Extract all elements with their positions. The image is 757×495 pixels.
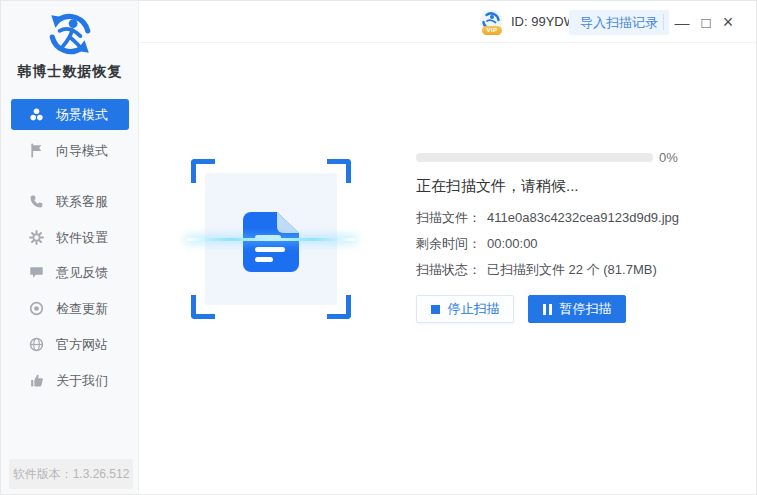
detail-label: 扫描文件： bbox=[416, 210, 481, 225]
pause-icon bbox=[543, 304, 552, 315]
gear-icon bbox=[29, 230, 44, 245]
scan-status-title: 正在扫描文件，请稍候... bbox=[416, 177, 579, 196]
vip-badge-icon: VIP bbox=[479, 9, 505, 37]
scan-detail-status: 扫描状态：已扫描到文件 22 个 (81.7MB) bbox=[416, 261, 657, 279]
main-panel: VIP ID: 99YDW 导入扫描记录 — □ × bbox=[139, 1, 757, 495]
close-button[interactable]: × bbox=[717, 8, 739, 36]
check-update-icon bbox=[29, 301, 44, 316]
scene-mode-icon bbox=[29, 107, 44, 122]
vip-label: VIP bbox=[482, 26, 502, 35]
progress-percent: 0% bbox=[659, 150, 678, 165]
maximize-button[interactable]: □ bbox=[695, 8, 717, 36]
pause-scan-button[interactable]: 暂停扫描 bbox=[528, 295, 626, 323]
sidebar-item-label: 向导模式 bbox=[56, 142, 108, 160]
sidebar-item-label: 场景模式 bbox=[56, 106, 108, 124]
minimize-button[interactable]: — bbox=[671, 8, 693, 36]
stop-icon bbox=[431, 305, 440, 314]
progress-bar bbox=[416, 153, 653, 162]
sidebar-item-label: 检查更新 bbox=[56, 300, 108, 318]
app-window: 韩博士数据恢复 场景模式 向导模式 联系客服 bbox=[0, 0, 757, 495]
user-id-label: ID: 99YDW bbox=[511, 14, 576, 29]
titlebar: VIP ID: 99YDW 导入扫描记录 — □ × bbox=[139, 1, 757, 43]
sidebar-item-contact-support[interactable]: 联系客服 bbox=[11, 186, 129, 217]
sidebar-item-label: 联系客服 bbox=[56, 193, 108, 211]
sidebar-item-label: 意见反馈 bbox=[56, 264, 108, 282]
scan-detail-file: 扫描文件：411e0a83c4232cea9123d9d9.jpg bbox=[416, 209, 679, 227]
version-label: 软件版本：1.3.26.512 bbox=[9, 459, 133, 489]
globe-icon bbox=[29, 337, 44, 352]
app-logo-icon bbox=[1, 9, 139, 63]
scanline bbox=[187, 238, 355, 241]
stop-scan-button[interactable]: 停止扫描 bbox=[416, 295, 514, 323]
wizard-mode-icon bbox=[29, 143, 44, 158]
sidebar-item-feedback[interactable]: 意见反馈 bbox=[11, 257, 129, 288]
sidebar-item-wizard-mode[interactable]: 向导模式 bbox=[11, 135, 129, 166]
sidebar-item-label: 关于我们 bbox=[56, 372, 108, 390]
feedback-icon bbox=[29, 265, 44, 280]
about-icon bbox=[29, 373, 44, 388]
sidebar-item-about-us[interactable]: 关于我们 bbox=[11, 365, 129, 396]
document-icon bbox=[242, 211, 300, 277]
sidebar: 韩博士数据恢复 场景模式 向导模式 联系客服 bbox=[1, 1, 139, 495]
titlebar-separator bbox=[663, 14, 664, 30]
scan-actions: 停止扫描 暂停扫描 bbox=[416, 295, 626, 323]
stop-scan-label: 停止扫描 bbox=[448, 300, 500, 318]
import-scan-records-button[interactable]: 导入扫描记录 bbox=[569, 10, 669, 35]
detail-label: 扫描状态： bbox=[416, 262, 481, 277]
detail-value: 已扫描到文件 22 个 (81.7MB) bbox=[487, 262, 657, 277]
detail-label: 剩余时间： bbox=[416, 236, 481, 251]
pause-scan-label: 暂停扫描 bbox=[560, 300, 612, 318]
sidebar-item-label: 软件设置 bbox=[56, 229, 108, 247]
phone-icon bbox=[29, 194, 44, 209]
sidebar-item-check-update[interactable]: 检查更新 bbox=[11, 293, 129, 324]
scan-detail-time-remaining: 剩余时间：00:00:00 bbox=[416, 235, 538, 253]
detail-value: 00:00:00 bbox=[487, 236, 538, 251]
sidebar-item-label: 官方网站 bbox=[56, 336, 108, 354]
detail-value: 411e0a83c4232cea9123d9d9.jpg bbox=[487, 210, 679, 225]
sidebar-item-settings[interactable]: 软件设置 bbox=[11, 222, 129, 253]
scan-animation bbox=[191, 159, 351, 319]
app-name: 韩博士数据恢复 bbox=[1, 63, 139, 81]
sidebar-item-scene-mode[interactable]: 场景模式 bbox=[11, 99, 129, 130]
sidebar-item-official-website[interactable]: 官方网站 bbox=[11, 329, 129, 360]
